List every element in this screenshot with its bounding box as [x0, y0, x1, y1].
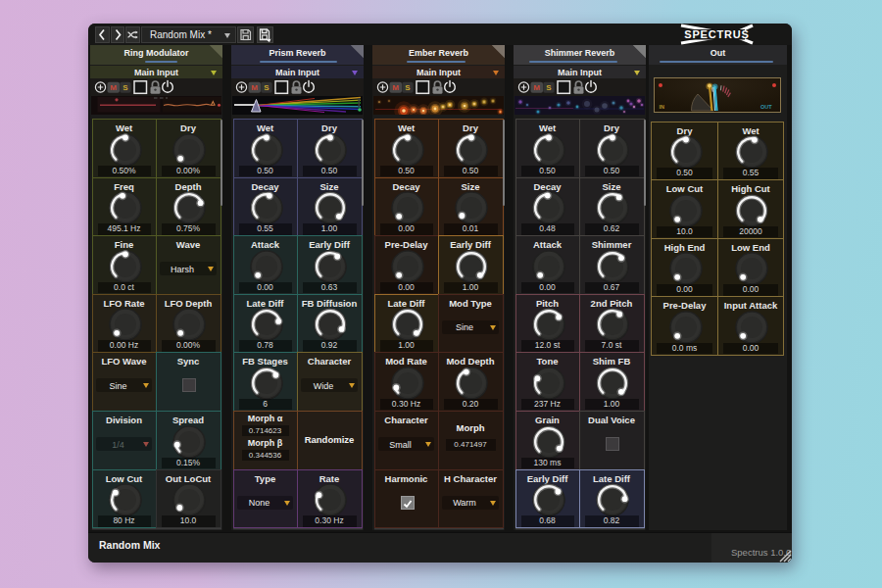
svg-text:S: S	[264, 83, 270, 92]
svg-text:S: S	[122, 83, 128, 92]
svg-text:M: M	[533, 83, 540, 92]
svg-text:S: S	[546, 83, 552, 92]
svg-text:M: M	[110, 83, 117, 92]
svg-text:OUT: OUT	[760, 104, 772, 110]
svg-text:SPECTRUS: SPECTRUS	[684, 28, 749, 40]
svg-text:IN: IN	[660, 104, 665, 110]
svg-text:M: M	[392, 83, 399, 92]
svg-text:M: M	[251, 83, 258, 92]
svg-text:S: S	[405, 83, 411, 92]
